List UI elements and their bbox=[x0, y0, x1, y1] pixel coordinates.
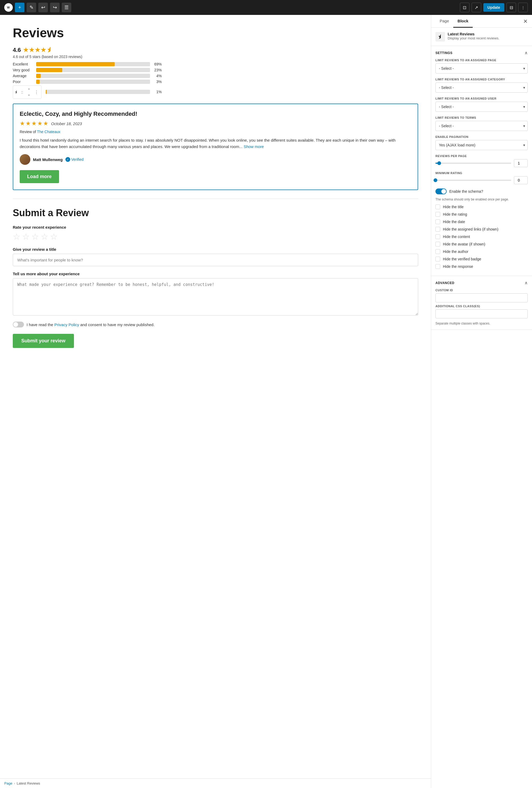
custom-id-input[interactable] bbox=[435, 293, 528, 302]
settings-collapse-button[interactable]: ∧ bbox=[525, 50, 528, 55]
hide-response-label: Hide the response bbox=[443, 264, 473, 269]
review-title: Eclectic, Cozy, and Highly Recommended! bbox=[20, 111, 411, 117]
enable-pagination-select[interactable]: Yes (AJAX load more) bbox=[435, 140, 528, 150]
bar-fill-excellent bbox=[36, 62, 115, 66]
review-card: Eclectic, Cozy, and Highly Recommended! … bbox=[13, 103, 418, 190]
sidebar-toggle-button[interactable]: ⊟ bbox=[507, 3, 516, 12]
advanced-collapse-button[interactable]: ∧ bbox=[525, 280, 528, 285]
sidebar-close-button[interactable]: ✕ bbox=[523, 18, 528, 24]
hide-title-row: Hide the title bbox=[435, 204, 528, 209]
enable-schema-toggle[interactable] bbox=[435, 189, 447, 194]
hide-author-checkbox[interactable] bbox=[435, 249, 440, 254]
block-info-text: Latest Reviews Display your most recent … bbox=[448, 32, 528, 40]
submit-review-section: Submit a Review Rate your recent experie… bbox=[13, 208, 418, 348]
breadcrumb-separator: › bbox=[14, 781, 15, 785]
rating-text: 4.6 out of 5 stars (based on 2023 review… bbox=[13, 55, 418, 59]
limit-page-select[interactable]: - Select - bbox=[435, 63, 528, 74]
css-classes-help: Separate multiple classes with spaces. bbox=[435, 321, 528, 325]
hide-title-checkbox[interactable] bbox=[435, 204, 440, 209]
submit-review-button[interactable]: Submit your review bbox=[13, 334, 74, 348]
review-body-input[interactable] bbox=[13, 278, 418, 315]
form-star-3[interactable]: ☆ bbox=[32, 232, 39, 242]
show-more-link[interactable]: Show more bbox=[244, 144, 264, 149]
bar-pct-terrible: 1% bbox=[152, 90, 162, 94]
min-rating-slider[interactable] bbox=[435, 180, 511, 181]
min-rating-thumb[interactable] bbox=[434, 178, 437, 182]
undo-button[interactable]: ↩ bbox=[38, 3, 48, 12]
privacy-toggle[interactable] bbox=[13, 321, 24, 328]
review-assigned-link[interactable]: The Chateaux bbox=[37, 130, 60, 134]
form-stars[interactable]: ☆ ☆ ☆ ☆ ☆ bbox=[13, 232, 418, 242]
bar-track-excellent bbox=[36, 62, 150, 66]
privacy-policy-link[interactable]: Privacy Policy bbox=[54, 322, 79, 327]
form-star-5[interactable]: ☆ bbox=[50, 232, 58, 242]
layout: Reviews 4.6 ★ ★ ★ ★ ⯨ 4.6 out of 5 stars… bbox=[0, 15, 532, 788]
rating-score: 4.6 bbox=[13, 46, 21, 54]
breadcrumb-current: Latest Reviews bbox=[17, 781, 40, 785]
move-up-down[interactable]: ⌃⌄ bbox=[26, 87, 32, 97]
hide-author-label: Hide the author bbox=[443, 250, 468, 254]
hide-title-label: Hide the title bbox=[443, 205, 464, 209]
reviewer: Matt Mullenweg ✓ Verified bbox=[20, 154, 411, 165]
limit-category-select[interactable]: - Select - bbox=[435, 82, 528, 93]
block-icon-star: ⯨ bbox=[15, 90, 18, 94]
verified-icon: ✓ bbox=[65, 157, 70, 162]
reviews-per-page-input[interactable] bbox=[514, 159, 528, 167]
hide-links-checkbox[interactable] bbox=[435, 227, 440, 232]
rate-label: Rate your recent experience bbox=[13, 225, 418, 230]
update-button[interactable]: Update bbox=[483, 3, 504, 12]
hide-rating-checkbox[interactable] bbox=[435, 212, 440, 217]
rating-summary: 4.6 ★ ★ ★ ★ ⯨ 4.6 out of 5 stars (based … bbox=[13, 46, 418, 98]
min-rating-input[interactable] bbox=[514, 176, 528, 184]
bar-row-terrible: ⯨ :: ⌃⌄ ⋮ 1% bbox=[13, 85, 162, 98]
topbar: W + ✎ ↩ ↪ ☰ ⊡ ↗ Update ⊟ ⋮ bbox=[0, 0, 532, 15]
css-classes-input[interactable] bbox=[435, 309, 528, 318]
limit-terms-select[interactable]: - Select - bbox=[435, 121, 528, 131]
preview-button[interactable]: ⊡ bbox=[460, 3, 470, 12]
privacy-row: I have read the Privacy Policy and conse… bbox=[13, 321, 418, 328]
reviews-per-page-label: REVIEWS PER PAGE bbox=[435, 154, 528, 158]
star-2: ★ bbox=[29, 46, 34, 54]
tools-button[interactable]: ✎ bbox=[26, 3, 36, 12]
redo-button[interactable]: ↪ bbox=[50, 3, 60, 12]
hide-avatar-checkbox[interactable] bbox=[435, 242, 440, 247]
review-title-input[interactable] bbox=[13, 254, 418, 266]
hide-verified-label: Hide the verified badge bbox=[443, 257, 481, 261]
bar-pct-excellent: 69% bbox=[152, 62, 162, 66]
hide-content-checkbox[interactable] bbox=[435, 234, 440, 239]
limit-user-select[interactable]: - Select - bbox=[435, 102, 528, 112]
external-link-button[interactable]: ↗ bbox=[472, 3, 481, 12]
sidebar-tabs: Page Block ✕ bbox=[431, 15, 532, 28]
block-name-label: Latest Reviews bbox=[448, 32, 528, 36]
hide-verified-checkbox[interactable] bbox=[435, 257, 440, 261]
form-star-1[interactable]: ☆ bbox=[13, 232, 20, 242]
limit-page-select-wrapper: - Select - ▾ bbox=[435, 63, 528, 74]
tab-page[interactable]: Page bbox=[435, 15, 453, 28]
drag-handle[interactable]: :: bbox=[19, 89, 25, 95]
list-view-button[interactable]: ☰ bbox=[62, 3, 71, 12]
tab-block[interactable]: Block bbox=[453, 15, 473, 28]
more-options-button[interactable]: ⋮ bbox=[518, 3, 528, 12]
hide-date-checkbox[interactable] bbox=[435, 219, 440, 224]
review-star-1: ★ bbox=[20, 120, 25, 127]
hide-avatar-label: Hide the avatar (if shown) bbox=[443, 242, 486, 246]
body-field-label: Tell us more about your experience bbox=[13, 272, 418, 276]
hide-response-checkbox[interactable] bbox=[435, 264, 440, 269]
review-star-3: ★ bbox=[32, 120, 37, 127]
bar-track-average bbox=[36, 74, 150, 78]
star-3: ★ bbox=[35, 46, 40, 54]
hide-content-row: Hide the content bbox=[435, 234, 528, 239]
avatar bbox=[20, 154, 30, 165]
sidebar: Page Block ✕ ⯨ Latest Reviews Display yo… bbox=[431, 15, 532, 788]
reviews-per-page-slider[interactable] bbox=[435, 163, 511, 164]
breadcrumb-page[interactable]: Page bbox=[4, 781, 12, 785]
reviews-per-page-thumb[interactable] bbox=[437, 161, 441, 165]
form-star-2[interactable]: ☆ bbox=[22, 232, 30, 242]
advanced-section: Advanced ∧ CUSTOM ID ADDITIONAL CSS CLAS… bbox=[431, 276, 532, 330]
hide-date-row: Hide the date bbox=[435, 219, 528, 224]
star-1: ★ bbox=[23, 46, 28, 54]
form-star-4[interactable]: ☆ bbox=[41, 232, 48, 242]
add-block-button[interactable]: + bbox=[15, 3, 24, 12]
star-4: ★ bbox=[41, 46, 46, 54]
load-more-button[interactable]: Load more bbox=[20, 170, 59, 183]
